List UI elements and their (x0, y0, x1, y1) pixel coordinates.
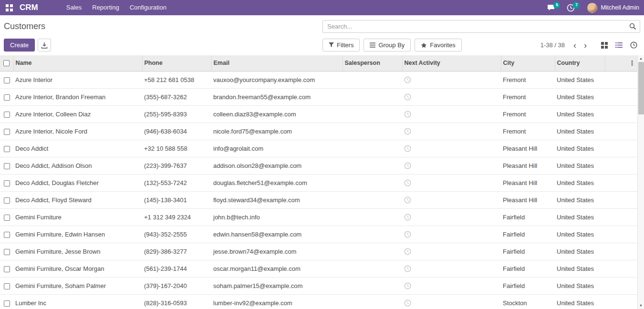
cell-next-activity (402, 174, 501, 191)
column-header-name[interactable]: Name (13, 55, 142, 71)
row-select-cell (0, 157, 13, 174)
row-select-cell (0, 140, 13, 157)
row-checkbox[interactable] (4, 266, 10, 272)
customer-row[interactable]: Azure Interior, Brandon Freeman (355)-68… (0, 88, 644, 105)
optional-columns-icon[interactable]: ⋮ (629, 59, 635, 67)
search-icon[interactable] (629, 23, 636, 30)
cell-phone: (379)-167-2040 (142, 277, 211, 294)
row-checkbox[interactable] (4, 180, 10, 186)
next-activity-clock-icon[interactable] (404, 265, 411, 272)
activity-view-button[interactable] (627, 40, 640, 51)
column-header-phone[interactable]: Phone (142, 55, 211, 71)
menu-sales[interactable]: Sales (61, 0, 87, 15)
customer-row[interactable]: Gemini Furniture, Edwin Hansen (943)-352… (0, 226, 644, 243)
search-input[interactable] (322, 20, 640, 33)
row-checkbox[interactable] (4, 232, 10, 238)
row-select-cell (0, 174, 13, 191)
activities-button[interactable]: 7 (561, 2, 581, 14)
favorites-button[interactable]: Favorites (415, 39, 461, 52)
pager-previous-button[interactable]: ‹ (570, 41, 580, 50)
next-activity-clock-icon[interactable] (404, 231, 411, 238)
group-by-button[interactable]: Group By (364, 39, 411, 52)
bars-icon (370, 42, 375, 48)
customer-row[interactable]: Deco Addict, Addison Olson (223)-399-763… (0, 157, 644, 174)
select-all-checkbox[interactable] (3, 60, 10, 66)
app-name[interactable]: CRM (20, 3, 38, 12)
customer-row[interactable]: Gemini Furniture, Soham Palmer (379)-167… (0, 277, 644, 294)
cell-salesperson (343, 105, 402, 123)
row-checkbox[interactable] (4, 300, 10, 307)
export-button[interactable] (38, 39, 51, 52)
next-activity-clock-icon[interactable] (404, 179, 411, 186)
vertical-scrollbar[interactable]: ▲ ▼ (637, 55, 644, 309)
customer-row[interactable]: Gemini Furniture, Jesse Brown (829)-386-… (0, 243, 644, 260)
list-view-button[interactable] (613, 40, 625, 50)
kanban-view-button[interactable] (598, 40, 611, 51)
next-activity-clock-icon[interactable] (404, 128, 411, 135)
row-select-cell (0, 71, 13, 88)
customer-row[interactable]: Azure Interior, Colleen Diaz (255)-595-8… (0, 105, 644, 123)
row-checkbox[interactable] (4, 215, 10, 221)
cell-name: Deco Addict (13, 140, 142, 157)
pager-next-button[interactable]: › (580, 41, 591, 50)
cell-salesperson (343, 294, 402, 309)
customer-row[interactable]: Deco Addict, Douglas Fletcher (132)-553-… (0, 174, 644, 191)
cell-email: vauxoo@yourcompany.example.com (211, 71, 343, 88)
scrollbar-thumb[interactable] (638, 62, 644, 114)
cell-next-activity (402, 71, 501, 88)
menu-reporting[interactable]: Reporting (87, 0, 124, 15)
row-select-cell (0, 294, 13, 309)
create-button[interactable]: Create (4, 39, 35, 52)
row-checkbox[interactable] (4, 283, 10, 289)
row-checkbox[interactable] (4, 129, 10, 135)
cell-city: Fremont (501, 123, 555, 140)
cell-salesperson (343, 123, 402, 140)
cell-phone: (946)-638-6034 (142, 123, 211, 140)
cell-city: Fremont (501, 71, 555, 88)
column-header-salesperson[interactable]: Salesperson (343, 55, 402, 71)
customer-row[interactable]: Azure Interior +58 212 681 0538 vauxoo@y… (0, 71, 644, 88)
customer-row[interactable]: Deco Addict, Floyd Steward (145)-138-340… (0, 191, 644, 208)
filters-button[interactable]: Filters (322, 39, 360, 52)
cell-name: Deco Addict, Floyd Steward (13, 191, 142, 208)
row-checkbox[interactable] (4, 77, 10, 83)
next-activity-clock-icon[interactable] (404, 214, 411, 221)
next-activity-clock-icon[interactable] (404, 111, 411, 118)
user-menu[interactable]: Mitchell Admin (587, 3, 639, 13)
next-activity-clock-icon[interactable] (404, 76, 411, 83)
messages-button[interactable]: 5 (541, 2, 561, 13)
row-checkbox[interactable] (4, 249, 10, 255)
next-activity-clock-icon[interactable] (404, 93, 411, 101)
star-icon (421, 42, 427, 48)
next-activity-clock-icon[interactable] (404, 145, 411, 152)
cell-city: Pleasant Hill (501, 140, 555, 157)
customer-row[interactable]: Gemini Furniture +1 312 349 2324 john.b@… (0, 208, 644, 226)
row-checkbox[interactable] (4, 112, 10, 118)
next-activity-clock-icon[interactable] (404, 248, 411, 255)
menu-configuration[interactable]: Configuration (125, 0, 172, 15)
next-activity-clock-icon[interactable] (404, 162, 411, 169)
column-header-country[interactable]: Country (555, 55, 605, 71)
row-checkbox[interactable] (4, 163, 10, 169)
row-checkbox[interactable] (4, 197, 10, 204)
scroll-down-arrow-icon[interactable]: ▼ (638, 302, 644, 309)
search-box (322, 20, 640, 33)
row-checkbox[interactable] (4, 146, 10, 152)
scroll-up-arrow-icon[interactable]: ▲ (638, 55, 644, 62)
customer-row[interactable]: Azure Interior, Nicole Ford (946)-638-60… (0, 123, 644, 140)
cell-country: United States (555, 157, 605, 174)
column-header-email[interactable]: Email (211, 55, 343, 71)
row-checkbox[interactable] (4, 94, 10, 101)
cell-email: soham.palmer15@example.com (211, 277, 343, 294)
next-activity-clock-icon[interactable] (404, 282, 411, 289)
column-header-next-activity[interactable]: Next Activity (402, 55, 501, 71)
column-header-city[interactable]: City (501, 55, 555, 71)
next-activity-clock-icon[interactable] (404, 299, 411, 307)
cell-city: Fairfield (501, 260, 555, 277)
cell-name: Azure Interior, Brandon Freeman (13, 88, 142, 105)
customer-row[interactable]: Deco Addict +32 10 588 558 info@agrolait… (0, 140, 644, 157)
customer-row[interactable]: Gemini Furniture, Oscar Morgan (561)-239… (0, 260, 644, 277)
next-activity-clock-icon[interactable] (404, 196, 411, 204)
apps-menu-button[interactable] (2, 2, 17, 13)
customer-row[interactable]: Lumber Inc (828)-316-0593 lumber-inv92@e… (0, 294, 644, 309)
